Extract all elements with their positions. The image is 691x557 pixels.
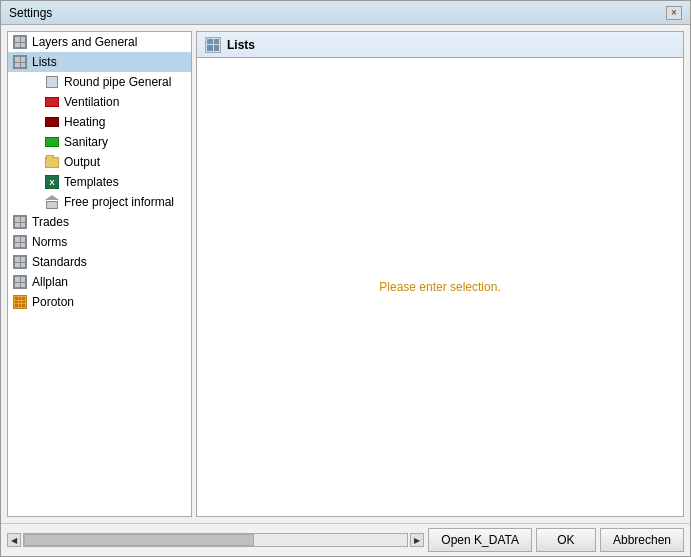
tree-item-ventilation[interactable]: Ventilation — [8, 92, 191, 112]
tree-item-layers-general[interactable]: Layers and General — [8, 32, 191, 52]
tree-item-output[interactable]: Output — [8, 152, 191, 172]
right-panel-title: Lists — [227, 38, 255, 52]
tree-item-label-output: Output — [64, 155, 100, 169]
tree-item-allplan[interactable]: Allplan — [8, 272, 191, 292]
open-k-data-button[interactable]: Open K_DATA — [428, 528, 532, 552]
scrollbar-area: ◀ ▶ — [7, 533, 424, 547]
tree-item-label-sanitary: Sanitary — [64, 135, 108, 149]
window-title: Settings — [9, 6, 52, 20]
tree-item-label-standards: Standards — [32, 255, 87, 269]
folder-icon — [45, 157, 59, 168]
settings-window: Settings × Layers and GeneralListsRound … — [0, 0, 691, 557]
tree-item-lists[interactable]: Lists — [8, 52, 191, 72]
green-rect-icon — [45, 137, 59, 147]
tree-item-label-ventilation: Ventilation — [64, 95, 119, 109]
ok-button[interactable]: OK — [536, 528, 596, 552]
tree-item-label-round-pipe-general: Round pipe General — [64, 75, 171, 89]
tree-item-label-layers-general: Layers and General — [32, 35, 137, 49]
small-square-icon — [46, 76, 58, 88]
tree-item-label-poroton: Poroton — [32, 295, 74, 309]
grid-icon — [13, 55, 27, 69]
scroll-right-button[interactable]: ▶ — [410, 533, 424, 547]
red-dark-icon — [45, 117, 59, 127]
tree-item-standards[interactable]: Standards — [8, 252, 191, 272]
grid-icon — [13, 35, 27, 49]
poroton-icon — [13, 295, 27, 309]
tree-item-label-trades: Trades — [32, 215, 69, 229]
house-icon — [45, 195, 59, 209]
left-panel-tree[interactable]: Layers and GeneralListsRound pipe Genera… — [7, 31, 192, 517]
lists-header-icon — [205, 37, 221, 53]
tree-item-label-lists: Lists — [32, 55, 57, 69]
grid-icon — [13, 235, 27, 249]
title-bar: Settings × — [1, 1, 690, 25]
excel-icon: X — [45, 175, 59, 189]
tree-item-templates[interactable]: XTemplates — [8, 172, 191, 192]
right-panel-header: Lists — [197, 32, 683, 58]
tree-item-poroton[interactable]: Poroton — [8, 292, 191, 312]
grid-icon — [13, 255, 27, 269]
grid-icon — [13, 215, 27, 229]
abbrechen-button[interactable]: Abbrechen — [600, 528, 684, 552]
tree-item-norms[interactable]: Norms — [8, 232, 191, 252]
tree-item-sanitary[interactable]: Sanitary — [8, 132, 191, 152]
tree-item-label-free-project: Free project informal — [64, 195, 174, 209]
tree-item-label-heating: Heating — [64, 115, 105, 129]
grid-icon — [13, 275, 27, 289]
right-panel-body: Please enter selection. — [197, 58, 683, 516]
red-rect-icon — [45, 97, 59, 107]
tree-item-free-project[interactable]: Free project informal — [8, 192, 191, 212]
tree-item-label-templates: Templates — [64, 175, 119, 189]
bottom-bar: ◀ ▶ Open K_DATA OK Abbrechen — [1, 523, 690, 556]
scrollbar-thumb — [24, 534, 254, 546]
tree-item-heating[interactable]: Heating — [8, 112, 191, 132]
scroll-left-button[interactable]: ◀ — [7, 533, 21, 547]
placeholder-text: Please enter selection. — [379, 280, 500, 294]
scrollbar-track[interactable] — [23, 533, 408, 547]
tree-item-trades[interactable]: Trades — [8, 212, 191, 232]
close-button[interactable]: × — [666, 6, 682, 20]
right-panel: Lists Please enter selection. — [196, 31, 684, 517]
main-content: Layers and GeneralListsRound pipe Genera… — [1, 25, 690, 523]
tree-item-label-norms: Norms — [32, 235, 67, 249]
tree-item-label-allplan: Allplan — [32, 275, 68, 289]
tree-item-round-pipe-general[interactable]: Round pipe General — [8, 72, 191, 92]
bottom-buttons: Open K_DATA OK Abbrechen — [428, 528, 684, 552]
